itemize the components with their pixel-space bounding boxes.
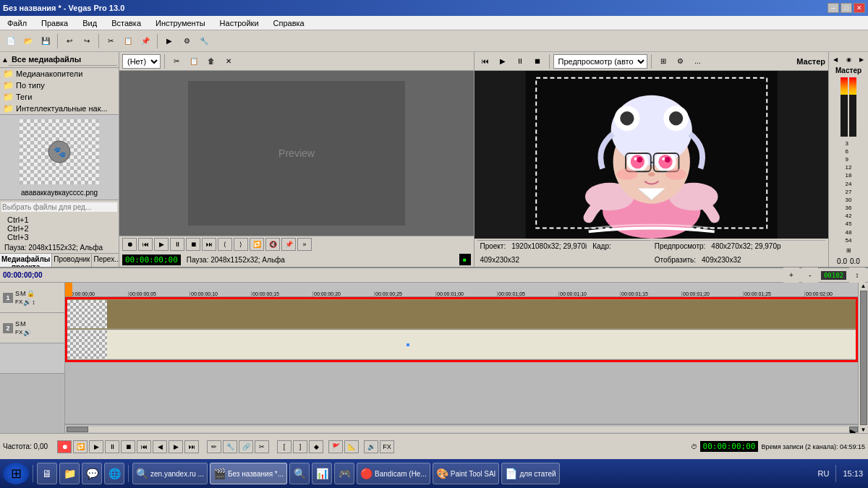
tl-loop-btn[interactable]: 🔁	[73, 440, 88, 453]
tl-zoom-out[interactable]: -	[802, 267, 818, 283]
timeline-ruler[interactable]: 00:00:00;00 00:00:00;05 00:00:00;10 00:0…	[65, 283, 858, 297]
right-grid-btn[interactable]: ⊞	[655, 53, 671, 69]
track-fx-2[interactable]: FX	[15, 329, 22, 336]
taskbar-item-office[interactable]: 📊	[312, 463, 332, 484]
menu-edit[interactable]: Правка	[37, 18, 72, 28]
scroll-track[interactable]	[88, 427, 849, 432]
cut-button[interactable]: ✂	[103, 33, 119, 49]
tl-record-btn[interactable]: ⏺	[57, 440, 72, 453]
tl-flag-btn[interactable]: 🚩	[328, 440, 343, 453]
right-tb-btn3[interactable]: ⏸	[512, 53, 528, 69]
paste-button[interactable]: 📌	[137, 33, 153, 49]
pb-record[interactable]: ⏺	[122, 238, 137, 251]
tl-next-frame-btn[interactable]: ▶	[169, 440, 183, 453]
pb-next-frame[interactable]: ⏭	[202, 238, 216, 251]
tl-pause-btn[interactable]: ⏸	[105, 440, 119, 453]
open-button[interactable]: 📂	[20, 33, 36, 49]
undo-button[interactable]: ↩	[61, 33, 77, 49]
tray-lang[interactable]: RU	[816, 469, 832, 478]
tl-next-btn[interactable]: ⏭	[184, 440, 199, 453]
audio-mix-btn[interactable]: ⊞	[843, 244, 854, 256]
track-lock-1[interactable]: 🔒	[27, 290, 35, 297]
start-button[interactable]: ⊞	[3, 463, 29, 484]
right-settings-btn[interactable]: ⚙	[673, 53, 689, 69]
render-button[interactable]: ▶	[161, 33, 177, 49]
tl-in-btn[interactable]: [	[277, 440, 292, 453]
scroll-thumb[interactable]	[67, 427, 88, 432]
preview-source-dropdown[interactable]: (Нет)	[122, 54, 161, 69]
tree-item-smart[interactable]: 📁 Интеллектуальные нак...	[0, 103, 119, 114]
pb-more[interactable]: »	[297, 238, 312, 251]
right-tb-btn2[interactable]: ▶	[495, 53, 511, 69]
menu-tools[interactable]: Инструменты	[151, 18, 210, 28]
scroll-right[interactable]: ▶	[849, 427, 858, 432]
minimize-button[interactable]: ─	[827, 3, 839, 13]
save-button[interactable]: 💾	[38, 33, 54, 49]
menu-view[interactable]: Вид	[78, 18, 101, 28]
pb-out[interactable]: ⟩	[234, 238, 248, 251]
taskbar-item-vegas[interactable]: 🎬 Без названия *...	[210, 463, 287, 484]
taskbar-item-steam[interactable]: 🎮	[334, 463, 354, 484]
menu-insert[interactable]: Вставка	[107, 18, 145, 28]
track-fx-1[interactable]: FX	[15, 299, 22, 306]
tl-zoom-in[interactable]: +	[783, 267, 799, 283]
pb-in[interactable]: ⟨	[218, 238, 232, 251]
menu-help[interactable]: Справка	[269, 18, 309, 28]
preview-copy-btn[interactable]: 📋	[186, 53, 202, 69]
tl-prev-btn[interactable]: ⏮	[137, 440, 151, 453]
right-tb-btn1[interactable]: ⏮	[477, 53, 493, 69]
tl-tool-btn[interactable]: 🔧	[223, 440, 237, 453]
vol-btn1[interactable]: ◀	[830, 53, 841, 65]
pb-snap[interactable]: 📌	[281, 238, 296, 251]
menu-settings[interactable]: Настройки	[216, 18, 263, 28]
preview-cut-btn[interactable]: ✂	[169, 53, 184, 69]
tl-out-btn[interactable]: ]	[293, 440, 307, 453]
taskbar-item-painttool[interactable]: 🎨 Paint Tool SAI	[433, 463, 500, 484]
pb-loop[interactable]: 🔁	[250, 238, 264, 251]
taskbar-item-desktop[interactable]: 🖥	[37, 463, 57, 484]
pb-stop[interactable]: ⏹	[186, 238, 200, 251]
taskbar-item-explorer[interactable]: 📁	[59, 463, 80, 484]
track-row-1[interactable]	[67, 299, 856, 330]
pb-play[interactable]: ▶	[154, 238, 169, 251]
taskbar-item-browser2[interactable]: 💬	[82, 463, 102, 484]
maximize-button[interactable]: □	[841, 3, 852, 13]
tree-item-tags[interactable]: 📁 Теги	[0, 91, 119, 103]
tl-region-btn[interactable]: 📐	[344, 440, 359, 453]
pb-pause[interactable]: ⏸	[170, 238, 184, 251]
tree-item-media[interactable]: 📁 Медианакопители	[0, 68, 119, 80]
taskbar-item-chrome[interactable]: 🌐	[104, 463, 124, 484]
clip-body-1[interactable]	[107, 300, 856, 328]
pb-prev-frame[interactable]: ⏮	[138, 238, 153, 251]
tl-fx-btn[interactable]: FX	[380, 440, 394, 453]
timeline-scrollbar[interactable]: ▶	[65, 424, 858, 433]
playhead[interactable]	[65, 283, 72, 296]
track-vol-2[interactable]: 🔊	[23, 329, 31, 336]
v-scroll-thumb[interactable]	[860, 291, 867, 425]
vertical-scrollbar[interactable]: ▲ ▼	[858, 283, 868, 433]
scroll-up-btn[interactable]: ▲	[859, 283, 868, 289]
tl-play-btn[interactable]: ▶	[89, 440, 103, 453]
tl-mix-btn[interactable]: 🔊	[364, 440, 378, 453]
preview-close-btn[interactable]: ✕	[221, 53, 237, 69]
menu-file[interactable]: Файл	[3, 18, 31, 28]
track-move-1[interactable]: ↕	[32, 299, 35, 306]
track-solo-1[interactable]: S	[15, 290, 20, 297]
tl-stop-btn[interactable]: ⏹	[121, 440, 135, 453]
track-mute-2[interactable]: M	[20, 320, 26, 328]
track-solo-2[interactable]: S	[15, 320, 20, 328]
clip-body-2[interactable]	[107, 330, 856, 359]
preview-delete-btn[interactable]: 🗑	[203, 53, 219, 69]
right-more-btn[interactable]: ...	[690, 53, 706, 69]
tl-mark-btn[interactable]: ◆	[309, 440, 323, 453]
tl-snap-btn[interactable]: 🔗	[239, 440, 253, 453]
preview-mode-dropdown[interactable]: Предпросмотр (авто)	[553, 54, 647, 69]
taskbar-item-bandicam[interactable]: 🔴 Bandicam (Не...	[357, 463, 430, 484]
right-tb-btn4[interactable]: ⏹	[529, 53, 545, 69]
tab-transitions[interactable]: Перех...	[92, 254, 119, 267]
media-search-input[interactable]	[1, 202, 117, 212]
taskbar-item-article[interactable]: 📄 для статей	[501, 463, 559, 484]
tl-cut-btn[interactable]: ✂	[255, 440, 269, 453]
tl-prev-frame-btn[interactable]: ◀	[153, 440, 167, 453]
taskbar-item-yandex[interactable]: 🔍 zen.yandex.ru ...	[132, 463, 208, 484]
